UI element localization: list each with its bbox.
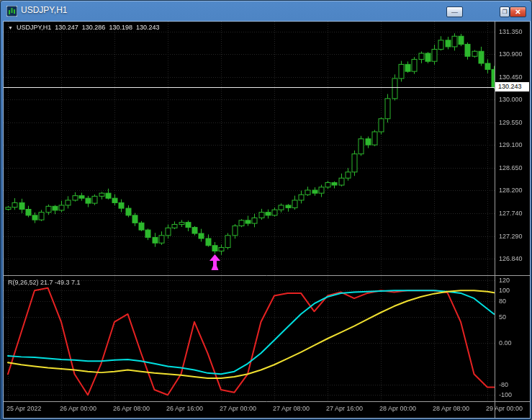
ohlc-low: 130.198 [109, 24, 132, 31]
price-axis-label: 131.350 [499, 28, 523, 35]
chart-symbol-period: USDJPY,H1 [17, 24, 51, 31]
price-axis-label: 130.900 [499, 50, 523, 58]
ohlc-high: 130.286 [82, 24, 106, 31]
time-axis[interactable]: 25 Apr 202226 Apr 00:0026 Apr 08:0026 Ap… [4, 401, 530, 418]
minimize-button[interactable]: — [446, 6, 463, 17]
time-axis-label: 26 Apr 08:00 [113, 405, 150, 412]
buy-arrow-marker[interactable] [209, 254, 221, 271]
price-axis-label: 128.200 [499, 187, 523, 194]
time-axis-label: 27 Apr 16:00 [326, 405, 363, 412]
current-price-tag: 130.243 [495, 82, 529, 91]
price-axis-label: 128.650 [499, 164, 523, 171]
up-arrow-icon [209, 254, 220, 270]
chart-icon [6, 6, 17, 17]
time-axis-label: 25 Apr 2022 [6, 405, 42, 412]
chart-header: ▼ USDJPY,H1 130.247 130.286 130.198 130.… [8, 24, 159, 31]
indicator-axis-label: 0.00 [499, 339, 512, 347]
time-axis-label: 28 Apr 08:00 [433, 405, 469, 412]
indicator-axis-label: -100 [499, 391, 512, 398]
indicator-axis-label: -80 [499, 381, 508, 388]
chart-client-area[interactable]: ▼ USDJPY,H1 130.247 130.286 130.198 130.… [3, 21, 531, 419]
price-axis-label: 129.100 [499, 141, 523, 148]
indicator-axis-label: 120 [499, 277, 510, 284]
close-button[interactable]: ✕ [510, 6, 526, 17]
time-axis-label: 26 Apr 16:00 [166, 405, 203, 412]
price-axis-label: 129.550 [499, 119, 523, 126]
chart-canvas[interactable] [4, 22, 530, 418]
price-axis[interactable]: 131.350130.900130.450130.000129.550129.1… [495, 22, 530, 401]
price-axis-label: 130.450 [499, 73, 523, 81]
price-axis-label: 130.000 [499, 96, 523, 103]
time-axis-label: 29 Apr 00:00 [486, 405, 523, 412]
indicator-axis-label: 100 [499, 287, 510, 294]
time-axis-label: 27 Apr 08:00 [273, 405, 310, 412]
ohlc-close: 130.243 [136, 24, 160, 31]
indicator-axis-label: 80 [499, 298, 506, 305]
time-axis-label: 28 Apr 00:00 [379, 405, 416, 412]
maximize-button[interactable]: ❐ [500, 6, 510, 17]
window-title: USDJPY,H1 [21, 1, 67, 20]
chart-window: USDJPY,H1 — ❐ ✕ ▼ USDJPY,H1 130.247 130.… [0, 0, 532, 420]
indicator-axis-label: 50 [499, 313, 506, 321]
title-bar[interactable]: USDJPY,H1 — ❐ ✕ [1, 1, 531, 21]
chevron-down-icon[interactable]: ▼ [8, 25, 13, 30]
time-axis-label: 27 Apr 00:00 [220, 405, 256, 412]
price-axis-label: 127.290 [499, 233, 523, 240]
price-axis-label: 126.840 [499, 255, 523, 262]
ohlc-open: 130.247 [55, 24, 78, 31]
indicator-label: R(9,26,52) 21.7 -49.3 7.1 [8, 279, 81, 286]
time-axis-label: 26 Apr 00:00 [60, 405, 96, 412]
price-axis-label: 127.740 [499, 210, 523, 217]
